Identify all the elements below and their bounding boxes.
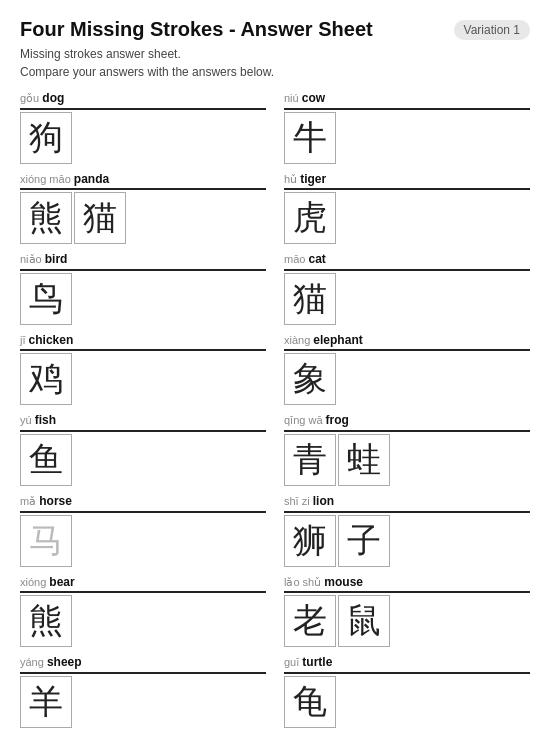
- char-box: 牛: [284, 112, 336, 164]
- pinyin: yú: [20, 414, 35, 426]
- char-box: 猫: [284, 273, 336, 325]
- animal-block-frog: qīng wā frog青蛙: [284, 413, 530, 486]
- subtitle: Missing strokes answer sheet. Compare yo…: [20, 45, 530, 81]
- pinyin: xiàng: [284, 334, 313, 346]
- char-box: 虎: [284, 192, 336, 244]
- pinyin: niǎo: [20, 253, 45, 265]
- char-box: 猫: [74, 192, 126, 244]
- animal-block-dog: gǒu dog狗: [20, 91, 266, 164]
- char-box: 龟: [284, 676, 336, 728]
- animal-block-bear: xióng bear熊: [20, 575, 266, 648]
- pinyin: niú: [284, 92, 302, 104]
- animal-block-sheep: yáng sheep羊: [20, 655, 266, 728]
- animal-label: yáng sheep: [20, 655, 266, 671]
- pinyin: yáng: [20, 656, 47, 668]
- pinyin: māo: [284, 253, 308, 265]
- english: bird: [45, 252, 68, 266]
- animal-block-cat: māo cat猫: [284, 252, 530, 325]
- english: bear: [49, 575, 74, 589]
- char-box-container: 鸟: [20, 269, 266, 325]
- english: sheep: [47, 655, 82, 669]
- english: turtle: [302, 655, 332, 669]
- pinyin: jī: [20, 334, 29, 346]
- animal-label: niǎo bird: [20, 252, 266, 268]
- animal-block-tiger: hǔ tiger虎: [284, 172, 530, 245]
- animal-block-lion: shī zi lion狮子: [284, 494, 530, 567]
- animal-label: shī zi lion: [284, 494, 530, 510]
- english: mouse: [324, 575, 363, 589]
- char-box: 鱼: [20, 434, 72, 486]
- pinyin: lǎo shǔ: [284, 576, 324, 588]
- english: panda: [74, 172, 109, 186]
- animal-label: māo cat: [284, 252, 530, 268]
- char-box: 蛙: [338, 434, 390, 486]
- pinyin: gǒu: [20, 92, 42, 104]
- char-box: 马: [20, 515, 72, 567]
- char-box: 鸟: [20, 273, 72, 325]
- english: chicken: [29, 333, 74, 347]
- animal-label: guī turtle: [284, 655, 530, 671]
- pinyin: hǔ: [284, 173, 300, 185]
- animal-label: yú fish: [20, 413, 266, 429]
- animal-label: qīng wā frog: [284, 413, 530, 429]
- english: frog: [326, 413, 349, 427]
- animal-block-horse: mǎ horse马: [20, 494, 266, 567]
- char-box: 熊: [20, 192, 72, 244]
- animal-block-cow: niú cow牛: [284, 91, 530, 164]
- pinyin: guī: [284, 656, 302, 668]
- pinyin: xióng: [20, 576, 49, 588]
- char-box: 熊: [20, 595, 72, 647]
- char-box-container: 老鼠: [284, 591, 530, 647]
- animal-grid: gǒu dog狗niú cow牛xióng māo panda熊猫hǔ tige…: [20, 91, 530, 731]
- animal-block-chicken: jī chicken鸡: [20, 333, 266, 406]
- animal-block-fish: yú fish鱼: [20, 413, 266, 486]
- animal-label: mǎ horse: [20, 494, 266, 510]
- english: lion: [313, 494, 334, 508]
- animal-label: xiàng elephant: [284, 333, 530, 349]
- char-box-container: 象: [284, 349, 530, 405]
- char-box: 象: [284, 353, 336, 405]
- char-box-container: 牛: [284, 108, 530, 164]
- char-box-container: 狗: [20, 108, 266, 164]
- pinyin: mǎ: [20, 495, 39, 507]
- english: cow: [302, 91, 325, 105]
- english: tiger: [300, 172, 326, 186]
- variation-badge: Variation 1: [454, 20, 530, 40]
- char-box-container: 羊: [20, 672, 266, 728]
- char-box: 鸡: [20, 353, 72, 405]
- char-box-container: 青蛙: [284, 430, 530, 486]
- char-box-container: 马: [20, 511, 266, 567]
- char-box-container: 熊猫: [20, 188, 266, 244]
- english: elephant: [313, 333, 362, 347]
- english: horse: [39, 494, 72, 508]
- char-box: 子: [338, 515, 390, 567]
- char-box: 老: [284, 595, 336, 647]
- char-box-container: 鸡: [20, 349, 266, 405]
- char-box: 狗: [20, 112, 72, 164]
- char-box-container: 熊: [20, 591, 266, 647]
- page: Four Missing Strokes - Answer Sheet Vari…: [0, 0, 550, 731]
- animal-label: gǒu dog: [20, 91, 266, 107]
- animal-block-turtle: guī turtle龟: [284, 655, 530, 728]
- animal-label: lǎo shǔ mouse: [284, 575, 530, 591]
- pinyin: xióng māo: [20, 173, 74, 185]
- animal-block-panda: xióng māo panda熊猫: [20, 172, 266, 245]
- char-box: 狮: [284, 515, 336, 567]
- header: Four Missing Strokes - Answer Sheet Vari…: [20, 18, 530, 41]
- char-box-container: 狮子: [284, 511, 530, 567]
- pinyin: shī zi: [284, 495, 313, 507]
- animal-block-bird: niǎo bird鸟: [20, 252, 266, 325]
- char-box: 羊: [20, 676, 72, 728]
- animal-label: xióng māo panda: [20, 172, 266, 188]
- char-box-container: 猫: [284, 269, 530, 325]
- english: cat: [308, 252, 325, 266]
- page-title: Four Missing Strokes - Answer Sheet: [20, 18, 373, 41]
- char-box-container: 鱼: [20, 430, 266, 486]
- animal-label: hǔ tiger: [284, 172, 530, 188]
- english: fish: [35, 413, 56, 427]
- animal-label: niú cow: [284, 91, 530, 107]
- animal-block-elephant: xiàng elephant象: [284, 333, 530, 406]
- english: dog: [42, 91, 64, 105]
- pinyin: qīng wā: [284, 414, 326, 426]
- char-box: 青: [284, 434, 336, 486]
